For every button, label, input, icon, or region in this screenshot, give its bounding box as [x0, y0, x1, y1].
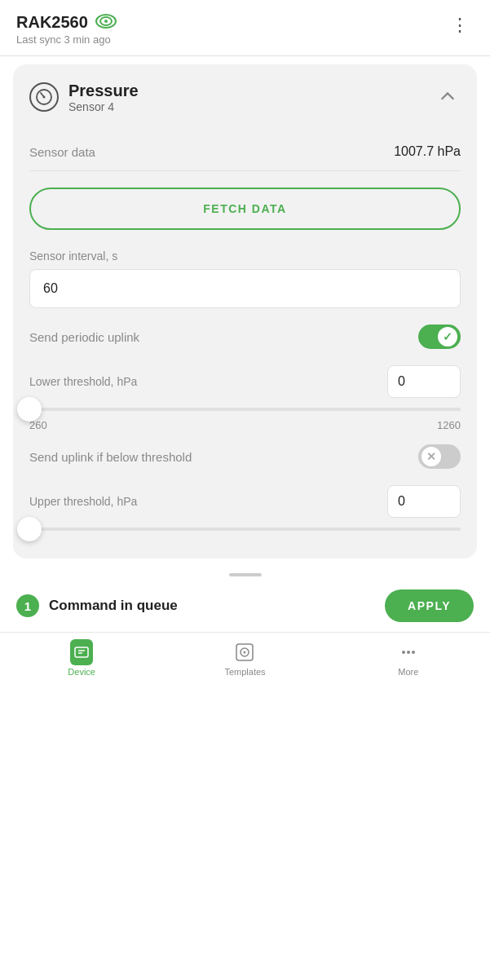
svg-point-12 — [402, 651, 405, 654]
lower-threshold-label: Lower threshold, hPa — [29, 375, 137, 388]
send-below-toggle[interactable]: ✕ — [418, 444, 461, 469]
upper-threshold-input[interactable] — [387, 485, 461, 518]
slider-thumb-2[interactable] — [17, 517, 42, 541]
device-name-text: RAK2560 — [16, 13, 88, 32]
periodic-uplink-row: Send periodic uplink ✓ — [29, 324, 461, 349]
signal-icon — [95, 14, 117, 32]
svg-point-11 — [244, 651, 246, 654]
scroll-pill — [229, 573, 262, 576]
collapse-button[interactable] — [435, 84, 461, 110]
periodic-uplink-label: Send periodic uplink — [29, 330, 139, 344]
fetch-data-button[interactable]: FETCH DATA — [29, 188, 461, 230]
sensor-data-value: 1007.7 hPa — [394, 144, 461, 159]
slider-track-2[interactable] — [29, 528, 461, 531]
templates-nav-icon — [233, 641, 256, 664]
svg-point-13 — [407, 651, 410, 654]
device-nav-icon — [70, 641, 93, 664]
lower-threshold-input[interactable] — [387, 365, 461, 398]
toggle-track-on: ✓ — [418, 324, 461, 349]
slider-thumb[interactable] — [17, 397, 42, 422]
lower-threshold-row: Lower threshold, hPa — [29, 365, 461, 398]
interval-label: Sensor interval, s — [29, 249, 461, 263]
command-left: 1 Command in queue — [16, 594, 178, 617]
sensor-data-row: Sensor data 1007.7 hPa — [29, 133, 461, 171]
command-bar: 1 Command in queue APPLY — [0, 580, 490, 632]
toggle-track-off: ✕ — [418, 444, 461, 469]
header-divider — [0, 55, 490, 56]
more-nav-label: More — [398, 667, 418, 677]
upper-threshold-label: Upper threshold, hPa — [29, 495, 137, 508]
device-name: RAK2560 — [16, 13, 117, 32]
device-icon-bg — [70, 639, 93, 665]
nav-item-templates[interactable]: Templates — [163, 641, 326, 677]
command-badge: 1 — [16, 594, 39, 617]
upper-threshold-row: Upper threshold, hPa — [29, 485, 461, 518]
device-nav-label: Device — [68, 667, 95, 677]
header: RAK2560 Last sync 3 min ago ⋮ — [0, 0, 490, 55]
slider-container — [29, 408, 461, 411]
header-left: RAK2560 Last sync 3 min ago — [16, 13, 117, 46]
slider-container-2 — [29, 528, 461, 531]
card-title-text: Pressure Sensor 4 — [68, 81, 139, 113]
toggle-check-icon: ✓ — [443, 330, 452, 343]
sync-status: Last sync 3 min ago — [16, 33, 117, 46]
svg-point-14 — [412, 651, 415, 654]
phone-container: RAK2560 Last sync 3 min ago ⋮ — [0, 0, 490, 980]
apply-button[interactable]: APPLY — [385, 589, 474, 622]
slider-labels: 260 1260 — [29, 419, 461, 431]
slider-max-label: 1260 — [437, 419, 461, 431]
more-nav-icon — [397, 641, 420, 664]
card-subtitle: Sensor 4 — [68, 100, 139, 113]
command-text: Command in queue — [49, 598, 178, 614]
sensor-data-label: Sensor data — [29, 145, 95, 159]
nav-item-more[interactable]: More — [327, 641, 490, 677]
send-below-label: Send uplink if below threshold — [29, 450, 192, 464]
templates-nav-label: Templates — [224, 667, 265, 677]
interval-input[interactable] — [29, 269, 461, 308]
card-title-row: Pressure Sensor 4 — [29, 81, 139, 113]
slider-track[interactable] — [29, 408, 461, 411]
svg-rect-6 — [75, 647, 88, 657]
sensor-card: Pressure Sensor 4 Sensor data 1007.7 hPa… — [13, 64, 477, 558]
bottom-nav: Device Templates More — [0, 632, 490, 696]
periodic-uplink-toggle[interactable]: ✓ — [418, 324, 461, 349]
card-title: Pressure — [68, 81, 139, 100]
nav-item-device[interactable]: Device — [0, 641, 163, 677]
svg-point-5 — [43, 96, 46, 99]
toggle-x-icon: ✕ — [426, 450, 436, 463]
svg-point-2 — [104, 20, 108, 23]
toggle-thumb-off: ✕ — [422, 447, 441, 466]
send-below-row: Send uplink if below threshold ✕ — [29, 444, 461, 469]
card-header: Pressure Sensor 4 — [29, 81, 461, 113]
toggle-thumb: ✓ — [438, 327, 457, 347]
scroll-indicator — [0, 567, 490, 580]
more-button[interactable]: ⋮ — [448, 13, 474, 38]
gauge-icon — [29, 82, 59, 112]
